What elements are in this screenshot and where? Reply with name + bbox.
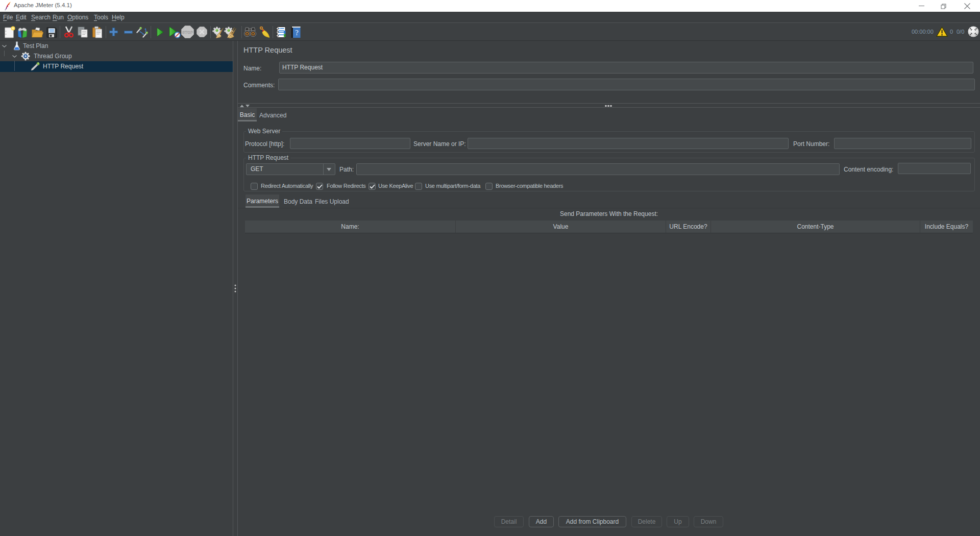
svg-text:STOP: STOP <box>182 30 193 35</box>
svg-text:?: ? <box>295 29 298 37</box>
